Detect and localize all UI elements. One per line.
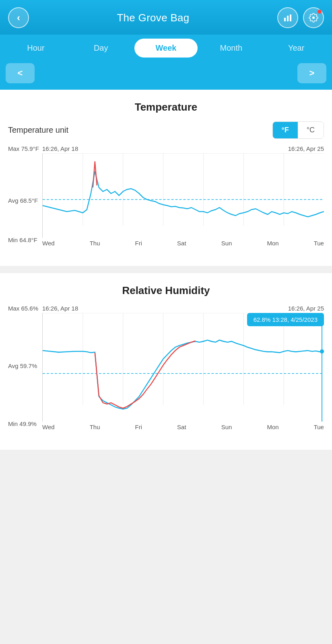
humidity-title: Relative Humidity [8,284,324,297]
unit-label: Temperature unit [8,126,68,135]
hum-x-sat: Sat [177,424,186,430]
hum-max-label: Max 65.6% [8,305,38,312]
humidity-chart-area [42,313,324,422]
x-label-fri: Fri [135,240,142,247]
page-title: The Grove Bag [117,12,189,24]
hum-x-sun: Sun [221,424,232,430]
unit-fahrenheit-button[interactable]: °F [273,122,298,138]
header-icons [277,7,324,28]
x-label-sat: Sat [177,240,186,247]
x-label-tue: Tue [314,240,324,247]
x-label-thu: Thu [90,240,100,247]
settings-icon-button[interactable] [303,7,324,28]
temperature-svg [43,153,324,238]
bar-chart-icon [283,13,293,23]
notification-dot [318,10,322,14]
temperature-chart: Max 75.9°F Avg 68.5°F Min 64.8°F [8,145,324,258]
next-button[interactable]: > [297,63,326,83]
temperature-section: Temperature Temperature unit °F °C Max 7… [0,90,332,266]
humidity-section: Relative Humidity Max 65.6% Avg 59.7% Mi… [0,273,332,450]
hum-x-thu: Thu [90,424,100,430]
hum-x-wed: Wed [42,424,55,430]
humidity-chart: Max 65.6% Avg 59.7% Min 49.9% 62.8% 13:2… [8,305,324,442]
tab-month[interactable]: Month [199,39,263,58]
temp-date-end: 16:26, Apr 25 [288,145,324,152]
unit-celsius-button[interactable]: °C [298,122,324,138]
hum-date-row: 16:26, Apr 18 16:26, Apr 25 [8,305,324,312]
section-spacer [0,266,332,273]
tab-week[interactable]: Week [134,39,198,58]
tab-hour[interactable]: Hour [4,39,68,58]
prev-button[interactable]: < [6,63,35,83]
chart-icon-button[interactable] [277,7,298,28]
x-label-wed: Wed [42,240,55,247]
hum-date-start: 16:26, Apr 18 [42,305,78,312]
hum-min-label: Min 49.9% [8,420,37,427]
humidity-tooltip: 62.8% 13:28, 4/25/2023 [247,313,324,326]
temp-date-row: 16:26, Apr 18 16:26, Apr 25 [8,145,324,152]
x-label-mon: Mon [267,240,278,247]
tab-year[interactable]: Year [264,39,328,58]
temp-date-start: 16:26, Apr 18 [42,145,78,152]
gear-icon [309,13,318,23]
temp-x-labels: Wed Thu Fri Sat Sun Mon Tue [42,240,324,247]
x-label-sun: Sun [221,240,232,247]
humidity-tooltip-container: 62.8% 13:28, 4/25/2023 [247,313,324,326]
svg-point-20 [320,349,324,353]
hum-x-labels: Wed Thu Fri Sat Sun Mon Tue [42,424,324,430]
svg-rect-2 [290,14,291,21]
temp-min-label: Min 64.8°F [8,237,37,243]
hum-x-mon: Mon [267,424,278,430]
tab-day[interactable]: Day [69,39,133,58]
hum-x-tue: Tue [314,424,324,430]
humidity-svg [43,313,324,422]
temp-avg-label: Avg 68.5°F [8,197,38,204]
hum-x-fri: Fri [135,424,142,430]
unit-row: Temperature unit °F °C [8,121,324,139]
temp-max-label: Max 75.9°F [8,145,39,152]
header: ‹ The Grove Bag [0,0,332,35]
unit-toggle: °F °C [272,121,324,139]
svg-rect-1 [287,16,289,21]
hum-avg-label: Avg 59.7% [8,362,37,369]
nav-row: < > [0,63,332,90]
temperature-chart-area [42,153,324,238]
tab-bar: Hour Day Week Month Year [0,35,332,63]
back-button[interactable]: ‹ [8,7,29,28]
temperature-title: Temperature [8,101,324,113]
hum-date-end: 16:26, Apr 25 [288,305,324,312]
svg-rect-0 [284,18,286,21]
